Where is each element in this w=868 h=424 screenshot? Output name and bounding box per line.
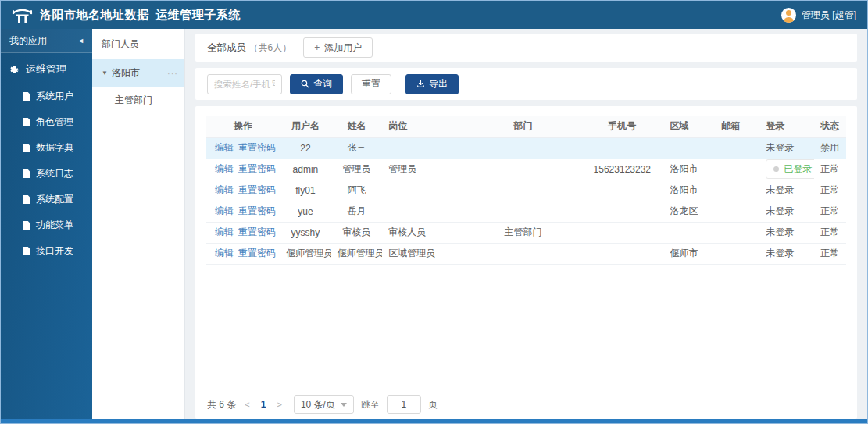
query-button[interactable]: 查询	[290, 74, 343, 94]
sidebar-item-role-manage[interactable]: 角色管理	[1, 109, 92, 135]
next-page-button[interactable]: >	[275, 400, 283, 409]
table-header-row: 操作用户名姓名岗位部门手机号区域邮箱登录状态	[206, 116, 846, 137]
export-button[interactable]: 导出	[405, 74, 459, 94]
page-word-label: 页	[428, 398, 438, 412]
column-header-phone: 手机号	[580, 116, 663, 137]
sidebar-item-label: 系统用户	[36, 90, 73, 103]
add-user-button[interactable]: + 添加用户	[303, 37, 373, 58]
cell-phone: 15623123232	[580, 159, 663, 180]
cell-username: yysshy	[280, 222, 331, 243]
sidebar-item-label: 接口开发	[36, 244, 73, 258]
cell-login: 未登录	[759, 243, 814, 264]
reset-password-link[interactable]: 重置密码	[238, 163, 276, 174]
edit-link[interactable]: 编辑	[215, 142, 234, 153]
gear-icon	[9, 65, 20, 75]
reset-password-link[interactable]: 重置密码	[238, 248, 276, 258]
edit-link[interactable]: 编辑	[215, 163, 234, 174]
user-area[interactable]: 管理员 [超管]	[781, 8, 856, 23]
column-header-status: 状态	[814, 116, 846, 137]
cell-dept	[466, 137, 580, 159]
collapse-sidebar-icon[interactable]: ◄	[77, 37, 84, 45]
cell-email	[715, 159, 759, 180]
sidebar-item-data-dict[interactable]: 数据字典	[1, 135, 92, 161]
tree-node-more-icon[interactable]: ···	[167, 69, 178, 78]
users-table: 操作用户名姓名岗位部门手机号区域邮箱登录状态 编辑重置密码删除22张三未登录禁用…	[206, 116, 846, 265]
cell-phone	[580, 243, 663, 264]
jump-page-input[interactable]	[387, 395, 421, 414]
edit-link[interactable]: 编辑	[215, 226, 234, 237]
reset-button[interactable]: 重置	[351, 74, 391, 94]
cell-op: 编辑重置密码删除	[206, 137, 280, 159]
cell-post: 审核人员	[382, 222, 465, 243]
cell-status: 正常	[814, 159, 846, 180]
cell-dept	[466, 243, 580, 264]
prev-page-button[interactable]: <	[243, 400, 251, 409]
members-toolbar: 全部成员 （共6人） + 添加用户	[195, 34, 857, 62]
edit-link[interactable]: 编辑	[215, 205, 234, 216]
table-row[interactable]: 编辑重置密码删除fly01阿飞洛阳市未登录正常	[206, 180, 846, 201]
reset-password-link[interactable]: 重置密码	[238, 142, 276, 153]
document-icon	[23, 92, 30, 101]
cell-dept: 主管部门	[466, 222, 580, 243]
cell-email	[715, 243, 759, 264]
reset-password-link[interactable]: 重置密码	[238, 205, 276, 216]
cell-email	[715, 201, 759, 222]
edit-link[interactable]: 编辑	[215, 248, 234, 258]
cell-dept	[466, 201, 580, 222]
cell-phone	[580, 137, 663, 159]
cell-region: 洛阳市	[664, 180, 716, 201]
sidebar: 我的应用 ◄ 运维管理 系统用户角色管理数据字典系统日志系统配置功能菜单接口开发	[1, 29, 92, 419]
cell-status: 正常	[814, 201, 846, 222]
department-panel: 部门人员 ▼ 洛阳市 ··· 主管部门	[92, 29, 185, 419]
cell-post	[382, 201, 465, 222]
reset-password-link[interactable]: 重置密码	[238, 184, 276, 195]
cell-op: 编辑重置密码删除	[206, 159, 280, 180]
page-size-select[interactable]: 10 条/页	[294, 395, 354, 414]
search-toolbar: 查询 重置 导出	[195, 68, 857, 100]
cell-name: 审核员	[331, 222, 383, 243]
tree-node-supervisor-dept[interactable]: 主管部门	[92, 87, 184, 114]
cell-post	[382, 180, 465, 201]
column-header-region: 区域	[664, 116, 716, 137]
sidebar-item-system-log[interactable]: 系统日志	[1, 161, 92, 187]
tree-node-luoyang[interactable]: ▼ 洛阳市 ···	[92, 59, 184, 87]
sidebar-item-system-config[interactable]: 系统配置	[1, 187, 92, 212]
export-download-icon	[416, 80, 425, 88]
document-icon	[23, 118, 30, 126]
cell-login: 已登录	[759, 159, 814, 180]
sidebar-item-func-menu[interactable]: 功能菜单	[1, 212, 92, 238]
cell-name: 张三	[331, 137, 383, 159]
column-header-op: 操作	[206, 116, 280, 137]
members-count: （共6人）	[248, 42, 291, 53]
table-row[interactable]: 编辑重置密码删除yysshy审核员审核人员主管部门未登录正常	[206, 222, 846, 243]
cell-name: 偃师管理员	[331, 243, 383, 264]
cell-post: 区域管理员	[382, 243, 465, 264]
search-input[interactable]	[207, 74, 282, 94]
document-icon	[23, 169, 30, 178]
table-row[interactable]: 编辑重置密码删除偃师管理员偃师管理员区域管理员偃师市未登录正常	[206, 243, 846, 264]
user-avatar	[781, 8, 796, 23]
content-area: 全部成员 （共6人） + 添加用户 查询 重置	[185, 29, 867, 419]
cell-username: 22	[280, 137, 331, 159]
cell-status: 正常	[814, 222, 846, 243]
cell-username: admin	[280, 159, 331, 180]
column-header-name: 姓名	[331, 116, 383, 137]
table-row[interactable]: 编辑重置密码删除yue岳月洛龙区未登录正常	[206, 201, 846, 222]
reset-password-link[interactable]: 重置密码	[238, 226, 276, 237]
plus-icon: +	[314, 42, 320, 53]
document-icon	[23, 221, 30, 230]
sidebar-item-system-user[interactable]: 系统用户	[1, 84, 92, 109]
table-row[interactable]: 编辑重置密码删除admin管理员管理员15623123232洛阳市已登录正常	[206, 159, 846, 180]
sidebar-group-ops-management[interactable]: 运维管理	[1, 53, 92, 84]
current-page-button[interactable]: 1	[259, 399, 269, 410]
edit-link[interactable]: 编辑	[215, 184, 234, 195]
users-table-card: 操作用户名姓名岗位部门手机号区域邮箱登录状态 编辑重置密码删除22张三未登录禁用…	[195, 106, 857, 419]
main-row: 我的应用 ◄ 运维管理 系统用户角色管理数据字典系统日志系统配置功能菜单接口开发…	[1, 29, 867, 419]
tree-expand-icon[interactable]: ▼	[102, 69, 108, 77]
department-panel-title: 部门人员	[92, 29, 184, 59]
cell-phone	[580, 222, 663, 243]
table-row[interactable]: 编辑重置密码删除22张三未登录禁用	[206, 137, 846, 159]
sidebar-item-api-dev[interactable]: 接口开发	[1, 238, 92, 264]
cell-op: 编辑重置密码删除	[206, 201, 280, 222]
cell-email	[715, 222, 759, 243]
